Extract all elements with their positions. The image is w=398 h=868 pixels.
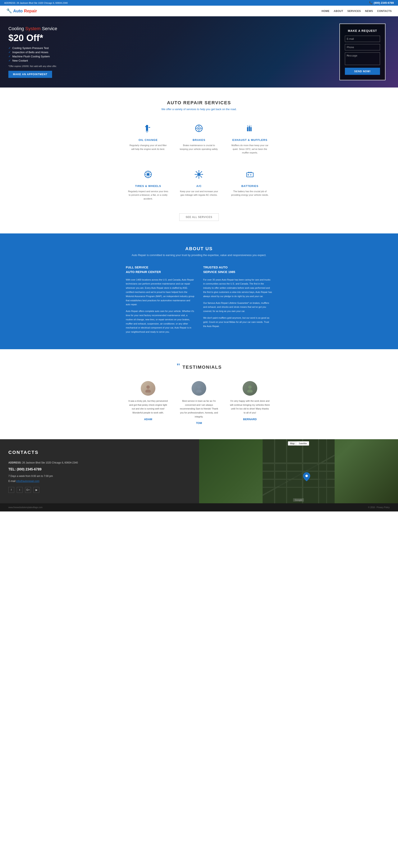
testimonial-tom-name: TOM <box>179 422 219 425</box>
batteries-name: BATTERIES <box>230 184 270 188</box>
testimonials-section: "TESTIMONIALS It was a tricky job, but t… <box>0 349 398 439</box>
services-section: AUTO REPAIR SERVICES We offer a variety … <box>0 88 398 234</box>
about-col1-title: FULL SERVICEAUTO REPAIR CENTER <box>126 265 195 275</box>
about-col1-text2: Auto Repair offers complete auto care fo… <box>126 309 195 334</box>
svg-point-39 <box>201 171 202 172</box>
nav-link-services[interactable]: SERVICES <box>347 10 361 12</box>
svg-rect-65 <box>275 464 286 470</box>
hero-title: $20 Off* <box>8 33 57 43</box>
nav-item-news[interactable]: NEWS <box>365 9 373 12</box>
nav-link-news[interactable]: NEWS <box>365 10 373 12</box>
wrench-icon: 🔧 <box>6 8 12 13</box>
testimonial-adam-text: It was a tricky job, but they persevered… <box>128 399 168 415</box>
map-tab-satellite[interactable]: Satellite <box>297 441 309 445</box>
contacts-section: CONTACTS ADDRESS: 26 Jackson Blvd Ste 10… <box>0 439 398 503</box>
twitter-icon[interactable]: t <box>17 487 23 493</box>
map-tab-map[interactable]: Map <box>288 441 297 445</box>
batteries-desc: The battery has the crucial job of provi… <box>230 190 270 197</box>
svg-rect-67 <box>303 464 318 470</box>
main-nav: HOME ABOUT SERVICES NEWS CONTACTS <box>322 9 392 12</box>
hero-subtitle: Cooling System Service <box>8 26 57 31</box>
hero-check-4: New Coolant <box>8 59 57 62</box>
svg-rect-1 <box>145 126 146 127</box>
hero-note: *Offer expires 1/00/00. Not valid with a… <box>8 65 57 67</box>
oil-change-desc: Regularly changing your oil and filter w… <box>128 144 168 151</box>
exhaust-desc: Mufflers do more than keep your car quie… <box>230 144 270 155</box>
contacts-tel: TEL: (800) 2345-6789 <box>8 466 191 473</box>
footer: www.freewebsitetemplatevillage.com © 201… <box>0 503 398 512</box>
svg-point-52 <box>248 385 252 389</box>
nav-item-about[interactable]: ABOUT <box>334 9 343 12</box>
about-section: ABOUT US Auto Repair is committed to ear… <box>0 234 398 349</box>
nav-list: HOME ABOUT SERVICES NEWS CONTACTS <box>322 9 392 12</box>
nav-item-services[interactable]: SERVICES <box>347 9 361 12</box>
svg-point-40 <box>196 177 197 178</box>
about-subtitle: Auto Repair is committed to earning your… <box>12 253 386 257</box>
quote-mark-icon: " <box>176 362 181 370</box>
header: 🔧 AutoRepair HOME ABOUT SERVICES NEWS CO… <box>0 6 398 16</box>
appointment-button[interactable]: MAKE AN APPOINTMENT <box>8 71 52 78</box>
svg-point-53 <box>247 390 253 393</box>
testimonial-tom-text: Best service in town as far as I'm conce… <box>179 399 219 418</box>
request-form: MAKE A REQUEST SEND NOW! <box>339 24 386 81</box>
about-columns: FULL SERVICEAUTO REPAIR CENTER With over… <box>126 265 272 337</box>
contacts-email-link[interactable]: info@autorepair.com <box>16 479 39 483</box>
service-batteries: BATTERIES The battery has the crucial jo… <box>228 165 272 205</box>
oil-change-icon <box>128 123 168 135</box>
nav-link-about[interactable]: ABOUT <box>334 10 343 12</box>
svg-point-36 <box>202 174 203 175</box>
nav-link-home[interactable]: HOME <box>322 10 330 12</box>
oil-change-name: OIL CHANGE <box>128 138 168 142</box>
google-label: Google <box>293 498 304 502</box>
testimonials-title: "TESTIMONIALS <box>8 362 390 371</box>
youtube-icon[interactable]: ▶ <box>33 487 39 493</box>
svg-point-35 <box>195 174 196 175</box>
tires-icon <box>128 169 168 182</box>
svg-line-27 <box>146 175 147 177</box>
service-ac: A/C Keep your car cool and increase your… <box>177 165 221 205</box>
ac-name: A/C <box>179 184 219 188</box>
exhaust-name: EXHAUST & MUFFLERS <box>230 138 270 142</box>
request-phone-input[interactable] <box>345 44 380 51</box>
top-address: ADDRESS: 26 Jackson Blvd Ste 1020 Chicag… <box>4 2 68 4</box>
testimonial-bernard-name: BERNARD <box>230 418 270 421</box>
nav-link-contacts[interactable]: CONTACTS <box>377 10 392 12</box>
services-title: AUTO REPAIR SERVICES <box>8 100 390 105</box>
batteries-icon <box>230 169 270 182</box>
googleplus-icon[interactable]: G+ <box>25 487 31 493</box>
testimonial-adam-name: ADAM <box>128 418 168 421</box>
footer-website: www.freewebsitetemplatevillage.com <box>8 506 42 508</box>
about-col2-text3: We don't paint mufflers gold anymore, bu… <box>203 316 272 328</box>
svg-line-24 <box>146 172 147 173</box>
hero-check-1: Cooling System Pressure Test <box>8 46 57 50</box>
nav-item-home[interactable]: HOME <box>322 9 330 12</box>
svg-rect-3 <box>148 127 150 128</box>
send-now-button[interactable]: SEND NOW! <box>345 68 380 75</box>
svg-rect-12 <box>249 126 250 131</box>
see-all-services-button[interactable]: SEE ALL SERVICES <box>179 213 219 221</box>
svg-rect-66 <box>288 472 302 478</box>
hero-content: Cooling System Service $20 Off* Cooling … <box>8 26 57 78</box>
exhaust-icon <box>230 123 270 135</box>
avatar-adam <box>141 381 155 396</box>
request-email-input[interactable] <box>345 36 380 42</box>
request-message-input[interactable] <box>345 53 380 65</box>
avatar-tom <box>192 381 206 396</box>
contacts-address: ADDRESS: 26 Jackson Blvd Ste 1020 Chicag… <box>8 460 191 465</box>
request-form-title: MAKE A REQUEST <box>345 29 380 32</box>
hero-checklist: Cooling System Pressure Test Inspection … <box>8 46 57 62</box>
svg-line-26 <box>149 172 151 173</box>
svg-rect-69 <box>320 472 326 486</box>
map-area: Map Satellite Google <box>199 439 398 503</box>
contacts-email: E-mail info@autorepair.com <box>8 478 191 484</box>
svg-rect-0 <box>146 125 148 131</box>
nav-item-contacts[interactable]: CONTACTS <box>377 9 392 12</box>
svg-point-38 <box>201 177 202 178</box>
about-title: ABOUT US <box>12 246 386 251</box>
contacts-title: CONTACTS <box>8 450 191 455</box>
contacts-info: CONTACTS ADDRESS: 26 Jackson Blvd Ste 10… <box>0 439 199 503</box>
facebook-icon[interactable]: f <box>8 487 14 493</box>
top-bar: ADDRESS: 26 Jackson Blvd Ste 1020 Chicag… <box>0 0 398 6</box>
svg-point-49 <box>145 390 151 393</box>
svg-point-34 <box>198 178 199 179</box>
